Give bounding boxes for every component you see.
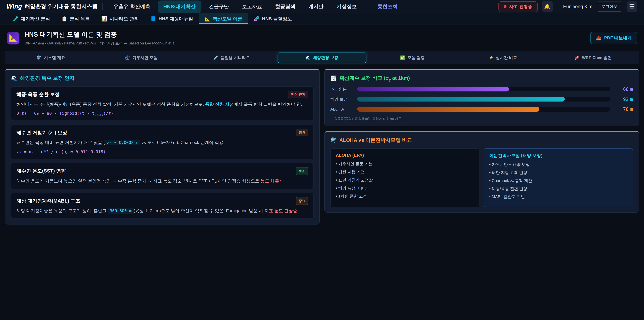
aloha-feature-item: 표면 거칠기 고정값 bbox=[336, 177, 474, 183]
wave-icon: 🌊 bbox=[11, 75, 17, 81]
section-tab[interactable]: 🚀 WRF-Chem발전 bbox=[548, 53, 638, 63]
notification-bell-button[interactable]: 🔔 bbox=[542, 1, 553, 12]
sub-nav-tab-label: 대기확산 분석 bbox=[21, 16, 50, 22]
main-nav-item[interactable]: 기상정보 bbox=[331, 1, 362, 13]
sub-nav-tab-label: 확산모델 이론 bbox=[213, 16, 242, 22]
bar-fill bbox=[357, 107, 539, 112]
lee-card-title: 이문진박사모델 (해양 보정) bbox=[489, 153, 628, 159]
top-right-cluster: 사고 진행중 🔔 Eunjeong Kim 로그아웃 ☰ bbox=[498, 1, 637, 12]
main-nav-item[interactable]: 항공탐색 bbox=[270, 1, 301, 13]
section-tab[interactable]: ✅ 모델 검증 bbox=[368, 53, 457, 63]
marine-card-header: 해풍·육풍 순환 보정 핵심 인자 bbox=[16, 91, 308, 98]
marine-card: 해풍·육풍 순환 보정 핵심 인자 해안에서는 주간(해풍)·야간(육풍) 풍향… bbox=[11, 86, 314, 121]
main-nav-item[interactable]: 게시판 bbox=[303, 1, 329, 13]
aloha-card-title: ALOHA (EPA) bbox=[336, 153, 474, 158]
sub-nav-tab[interactable]: 🧬 HNS 물질정보 bbox=[248, 14, 298, 24]
section-tab-icon: 🚀 bbox=[574, 55, 580, 60]
section-tab-icon: ✅ bbox=[400, 55, 405, 60]
comparison-grid: ALOHA (EPA) 가우시안 플룸 기본 평탄 지형 가정 표면 거칠기 고… bbox=[330, 148, 633, 207]
bar-value-unit: m bbox=[630, 97, 633, 102]
bar-track bbox=[357, 107, 610, 112]
lee-feature-item: Charnock z₀ 동적 계산 bbox=[489, 178, 628, 183]
section-tab[interactable]: ⚗️ 시스템 개요 bbox=[6, 53, 96, 63]
page-header: 📐 HNS 대기확산 모델 이론 및 검증 WRF-Chem · Gaussia… bbox=[0, 25, 644, 50]
bar-track bbox=[357, 97, 610, 102]
comparison-panel-title-text: ALOHA vs 이문진박사모델 비교 bbox=[339, 137, 412, 144]
bar-value: 68m bbox=[614, 87, 633, 92]
download-icon: 📥 bbox=[596, 36, 602, 41]
priority-badge: 보조 bbox=[296, 167, 308, 175]
bar-value-unit: m bbox=[630, 87, 633, 92]
section-tab[interactable]: ⚡ 실시간 비교 bbox=[458, 53, 547, 63]
main-nav-item[interactable]: 긴급구난 bbox=[203, 1, 234, 13]
top-bar: Wing 해양환경 위기대응 통합시스템 유출유 확산예측 HNS·대기확산 긴… bbox=[0, 0, 644, 14]
sub-nav-tab[interactable]: 📊 시나리오 관리 bbox=[96, 14, 144, 24]
marine-card-header: 해상 대기경계층(MABL) 구조 중요 bbox=[16, 197, 308, 205]
section-tab[interactable]: 🌀 가우시안 모델 bbox=[97, 53, 186, 63]
sub-nav-tab[interactable]: 🧪 대기확산 분석 bbox=[7, 14, 56, 24]
sub-nav-tab-icon: 📊 bbox=[101, 16, 107, 22]
diffusion-bar-chart: P-G 원본 68m 해양 보정 bbox=[330, 86, 633, 112]
main-nav-item[interactable]: 통합조회 bbox=[372, 1, 403, 13]
logout-button[interactable]: 로그아웃 bbox=[597, 2, 622, 12]
sub-nav-tab[interactable]: 📐 확산모델 이론 bbox=[199, 14, 248, 24]
bar-row: ALOHA 78m bbox=[330, 107, 633, 112]
priority-badge: 중요 bbox=[296, 129, 308, 136]
marine-card-formula: θ(t) = θ₀ + Δθ · sigmoid((t - tshift)/τ) bbox=[16, 111, 308, 116]
main-nav-item[interactable]: 보고자료 bbox=[236, 1, 268, 13]
main-nav: 유출유 확산예측 HNS·대기확산 긴급구난 보고자료 항공탐색 게시판 기상정… bbox=[108, 1, 403, 13]
bar-fill bbox=[357, 97, 565, 102]
section-tab-label: WRF-Chem발전 bbox=[582, 55, 612, 60]
bar-label: P-G 원본 bbox=[330, 86, 353, 92]
section-tab[interactable]: 🧪 물질별 시나리오 bbox=[187, 53, 276, 63]
marine-card-list: 해풍·육풍 순환 보정 핵심 인자 해안에서는 주간(해풍)·야간(육풍) 풍향… bbox=[11, 86, 314, 218]
triangle-ruler-icon: 📐 bbox=[9, 34, 17, 42]
bar-value-number: 68 bbox=[623, 87, 628, 92]
bell-icon: 🔔 bbox=[544, 3, 551, 10]
left-column: 🌊 해양환경 특수 보정 인자 해풍·육풍 순환 보정 핵심 인자 해안에서는 … bbox=[5, 69, 320, 224]
diffusion-panel-title-text: 확산계수 보정 비교 (σy at 1km) bbox=[339, 75, 410, 82]
main-nav-item[interactable]: 유출유 확산예측 bbox=[108, 1, 156, 13]
page-header-icon-badge: 📐 bbox=[7, 32, 20, 45]
sub-nav-tab-icon: 📘 bbox=[150, 16, 156, 22]
model-comparison-panel: ⚗️ ALOHA vs 이문진박사모델 비교 ALOHA (EPA) 가우시안 … bbox=[324, 131, 639, 213]
marine-card: 해수면 거칠기 (z₀) 보정 중요 해수면은 육상 대비 표면 거칠기가 매우… bbox=[11, 125, 314, 159]
marine-card: 해수면 온도(SST) 영향 보조 해수면 온도가 기온보다 높으면 열적 불안… bbox=[11, 163, 314, 189]
section-tab-icon: 🌊 bbox=[306, 55, 311, 60]
sub-nav-tab-icon: 🧪 bbox=[12, 16, 18, 22]
right-column: 📈 확산계수 보정 비교 (σy at 1km) P-G 원본 68m bbox=[324, 69, 639, 213]
marine-correction-panel: 🌊 해양환경 특수 보정 인자 해풍·육풍 순환 보정 핵심 인자 해안에서는 … bbox=[5, 69, 320, 224]
main-nav-item[interactable]: HNS·대기확산 bbox=[158, 1, 202, 13]
lee-feature-list: 가우시안 + 해양 보정 해안 지형 효과 반영 Charnock z₀ 동적 … bbox=[489, 162, 628, 199]
sub-nav-tab[interactable]: 📘 HNS 대응매뉴얼 bbox=[144, 14, 199, 24]
aloha-feature-item: 평탄 지형 가정 bbox=[336, 169, 474, 175]
lee-feature-item: MABL 혼합고 가변 bbox=[489, 194, 628, 199]
sub-nav-tab-label: HNS 대응매뉴얼 bbox=[158, 16, 193, 22]
marine-card-title: 해상 대기경계층(MABL) 구조 bbox=[16, 198, 80, 204]
bar-track bbox=[357, 87, 610, 92]
marine-card-description: 해안에서는 주간(해풍)·야간(육풍) 풍향 전환 발생. 기존 가우시안 모델… bbox=[16, 101, 308, 108]
hamburger-menu-button[interactable]: ☰ bbox=[626, 1, 637, 12]
section-tab[interactable]: 🌊 해양환경 보정 bbox=[278, 53, 366, 63]
marine-panel-title: 🌊 해양환경 특수 보정 인자 bbox=[11, 75, 314, 82]
marine-card-title: 해수면 온도(SST) 영향 bbox=[16, 168, 66, 174]
aloha-model-card: ALOHA (EPA) 가우시안 플룸 기본 평탄 지형 가정 표면 거칠기 고… bbox=[330, 148, 480, 207]
section-tab-bar: ⚗️ 시스템 개요 🌀 가우시안 모델 🧪 물질별 시나리오 🌊 해양환경 보정… bbox=[5, 51, 639, 64]
sub-nav-tab-label: 분석 목록 bbox=[70, 16, 90, 22]
section-tab-label: 가우시안 모델 bbox=[132, 55, 158, 60]
bar-label: ALOHA bbox=[330, 107, 353, 112]
aloha-feature-item: 가우시안 플룸 기본 bbox=[336, 161, 474, 167]
marine-panel-title-text: 해양환경 특수 보정 인자 bbox=[20, 75, 74, 82]
bar-row: 해양 보정 92m bbox=[330, 97, 633, 102]
section-tab-label: 물질별 시나리오 bbox=[221, 55, 250, 60]
marine-card-description: 해수면은 육상 대비 표면 거칠기가 매우 낮음 (z₀ ≈ 0.0002 m … bbox=[16, 139, 308, 146]
priority-badge: 중요 bbox=[296, 197, 308, 205]
bar-fill bbox=[357, 87, 509, 92]
sub-nav-tab[interactable]: 📋 분석 목록 bbox=[56, 14, 96, 24]
comparison-panel-title: ⚗️ ALOHA vs 이문진박사모델 비교 bbox=[330, 137, 633, 144]
pdf-export-button[interactable]: 📥 PDF 내보내기 bbox=[590, 32, 637, 44]
section-tab-icon: 🧪 bbox=[213, 55, 218, 60]
bar-label: 해양 보정 bbox=[330, 97, 353, 102]
bar-value-number: 78 bbox=[623, 107, 628, 112]
sub-nav-tab-label: HNS 물질정보 bbox=[262, 16, 292, 22]
